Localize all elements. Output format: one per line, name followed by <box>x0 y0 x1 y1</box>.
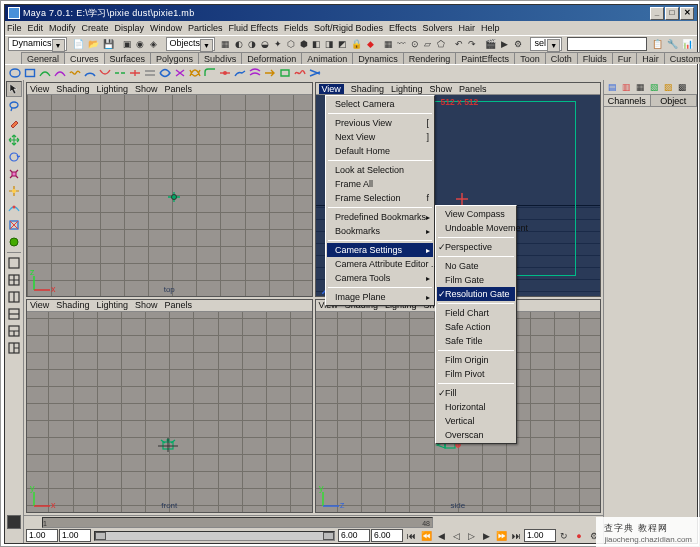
command-input[interactable] <box>567 37 647 51</box>
viewport-canvas[interactable]: yx front <box>27 312 312 513</box>
current-time-field[interactable]: 1.00 <box>524 529 556 542</box>
cb-icon[interactable]: ▤ <box>606 81 619 94</box>
panel-menu-panels[interactable]: Panels <box>164 84 192 94</box>
menu-item-film-gate[interactable]: Film Gate <box>437 273 515 287</box>
mask-icon[interactable]: ▦ <box>220 37 231 51</box>
menu-item-overscan[interactable]: Overscan <box>437 428 515 442</box>
range-handle-left[interactable] <box>95 532 106 540</box>
close-button[interactable]: ✕ <box>680 7 694 20</box>
curve-open-icon[interactable] <box>158 67 172 79</box>
scale-tool[interactable] <box>6 166 22 182</box>
menu-item-image-plane[interactable]: Image Plane <box>327 290 433 304</box>
menu-solvers[interactable]: Solvers <box>422 23 452 33</box>
menu-window[interactable]: Window <box>150 23 182 33</box>
curve-arc-icon[interactable] <box>83 67 97 79</box>
curve-ep-icon[interactable] <box>38 67 52 79</box>
sel-obj-icon[interactable]: ◉ <box>135 37 146 51</box>
render-globals-icon[interactable]: ⚙ <box>512 37 523 51</box>
shelf-tab-polygons[interactable]: Polygons <box>150 52 199 64</box>
menu-item-horizontal[interactable]: Horizontal <box>437 400 515 414</box>
history-icon[interactable]: ↷ <box>466 37 477 51</box>
menu-item-look-at-selection[interactable]: Look at Selection <box>327 163 433 177</box>
panel-menu-lighting[interactable]: Lighting <box>96 84 128 94</box>
snap-grid-icon[interactable]: ▦ <box>383 37 394 51</box>
curve-circle-icon[interactable] <box>8 67 22 79</box>
snap-curve-icon[interactable]: 〰 <box>396 37 407 51</box>
step-back-icon[interactable]: ⏪ <box>419 529 433 543</box>
panel-menu-view[interactable]: View <box>30 84 49 94</box>
panel-menu-view[interactable]: View <box>319 84 344 94</box>
cb-icon[interactable]: ▦ <box>634 81 647 94</box>
shelf-tab-animation[interactable]: Animation <box>301 52 353 64</box>
curve-reverse-icon[interactable] <box>263 67 277 79</box>
open-scene-icon[interactable]: 📂 <box>87 37 100 51</box>
menu-file[interactable]: File <box>7 23 22 33</box>
range-start-field[interactable]: 1.00 <box>26 529 58 542</box>
menu-item-view-compass[interactable]: View Compass <box>437 207 515 221</box>
panel-menu-lighting[interactable]: Lighting <box>391 84 423 94</box>
tab-object[interactable]: Object <box>651 95 698 106</box>
menu-item-frame-all[interactable]: Frame All <box>327 177 433 191</box>
menu-item-default-home[interactable]: Default Home <box>327 144 433 158</box>
menu-item-no-gate[interactable]: No Gate <box>437 259 515 273</box>
module-selector[interactable]: Dynamics <box>8 37 67 51</box>
curve-square-icon[interactable] <box>23 67 37 79</box>
shelf-tab-painteffects[interactable]: PaintEffects <box>455 52 515 64</box>
menu-item-frame-selection[interactable]: Frame Selectionf <box>327 191 433 205</box>
snap-plane-icon[interactable]: ▱ <box>422 37 433 51</box>
menu-item-next-view[interactable]: Next View] <box>327 130 433 144</box>
next-key-icon[interactable]: ▶ <box>479 529 493 543</box>
select-tool[interactable] <box>6 81 22 97</box>
shelf-tab-fluids[interactable]: Fluids <box>577 52 613 64</box>
menu-item-film-origin[interactable]: Film Origin <box>437 353 515 367</box>
curve-align-icon[interactable] <box>143 67 157 79</box>
curve-pencil-icon[interactable] <box>68 67 82 79</box>
menu-item-vertical[interactable]: Vertical <box>437 414 515 428</box>
menu-create[interactable]: Create <box>82 23 109 33</box>
viewport-top[interactable]: ViewShadingLightingShowPanels zx top <box>26 82 313 297</box>
viewport-canvas[interactable]: zx top <box>27 95 312 296</box>
tool-settings-icon[interactable]: 🔧 <box>666 37 679 51</box>
mask-icon[interactable]: ✦ <box>272 37 283 51</box>
fast-fwd-icon[interactable]: ⏭ <box>509 529 523 543</box>
range-slider[interactable] <box>94 531 335 541</box>
menu-edit[interactable]: Edit <box>28 23 44 33</box>
panel-menu-lighting[interactable]: Lighting <box>96 300 128 310</box>
mask-icon[interactable]: ◧ <box>311 37 322 51</box>
menu-particles[interactable]: Particles <box>188 23 223 33</box>
lasso-tool[interactable] <box>6 98 22 114</box>
save-scene-icon[interactable]: 💾 <box>102 37 115 51</box>
menu-item-bookmarks[interactable]: Bookmarks <box>327 224 433 238</box>
shelf-tab-deformation[interactable]: Deformation <box>241 52 302 64</box>
paint-select-tool[interactable] <box>6 115 22 131</box>
mask-icon[interactable]: ◨ <box>324 37 335 51</box>
curve-rebuild-icon[interactable] <box>278 67 292 79</box>
two-stack-icon[interactable] <box>6 306 22 322</box>
autokey-icon[interactable]: ● <box>572 529 586 543</box>
curve-add-icon[interactable] <box>98 67 112 79</box>
menu-item-camera-tools[interactable]: Camera Tools <box>327 271 433 285</box>
menu-item-safe-title[interactable]: Safe Title <box>437 334 515 348</box>
menu-item-safe-action[interactable]: Safe Action <box>437 320 515 334</box>
mask-icon[interactable]: ◒ <box>259 37 270 51</box>
panel-menu-show[interactable]: Show <box>429 84 452 94</box>
curve-offset-icon[interactable] <box>248 67 262 79</box>
history-icon[interactable]: ↶ <box>453 37 464 51</box>
menu-item-fill[interactable]: ✓Fill <box>437 386 515 400</box>
panel-menu-show[interactable]: Show <box>135 84 158 94</box>
panel-menu-panels[interactable]: Panels <box>164 300 192 310</box>
sel-hier-icon[interactable]: ▣ <box>122 37 133 51</box>
four-pane-icon[interactable] <box>6 272 22 288</box>
move-tool[interactable] <box>6 132 22 148</box>
panel-menu-shading[interactable]: Shading <box>56 300 89 310</box>
shelf-tab-curves[interactable]: Curves <box>64 52 105 64</box>
curve-insert-icon[interactable] <box>218 67 232 79</box>
menu-help[interactable]: Help <box>481 23 500 33</box>
manip-tool[interactable] <box>6 183 22 199</box>
time-ruler[interactable]: 1 48 <box>42 517 433 528</box>
tab-channels[interactable]: Channels <box>604 95 651 106</box>
playback-end-field[interactable]: 6.00 <box>338 529 370 542</box>
menu-item-resolution-gate[interactable]: ✓Resolution Gate <box>437 287 515 301</box>
lock-icon[interactable]: 🔒 <box>350 37 363 51</box>
panel-menu-shading[interactable]: Shading <box>56 84 89 94</box>
